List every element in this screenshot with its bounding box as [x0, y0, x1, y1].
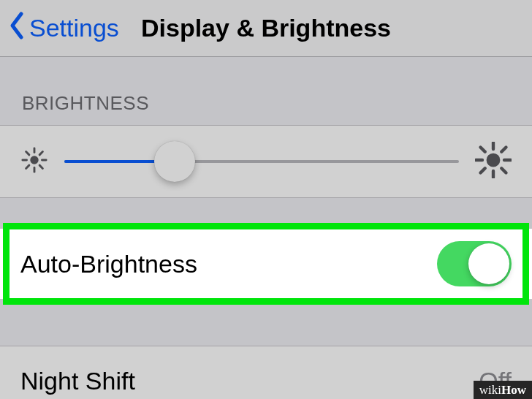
brightness-low-icon — [20, 146, 48, 177]
auto-brightness-row[interactable]: Auto-Brightness — [0, 229, 532, 299]
svg-line-5 — [26, 152, 29, 155]
back-label: Settings — [29, 14, 119, 42]
svg-line-6 — [39, 165, 42, 168]
brightness-section-header: BRIGHTNESS — [0, 57, 532, 125]
toggle-knob — [468, 243, 509, 284]
brightness-slider-thumb[interactable] — [154, 141, 195, 182]
navigation-bar: Settings Display & Brightness — [0, 0, 532, 57]
svg-line-8 — [39, 152, 42, 155]
night-shift-label: Night Shift — [20, 367, 135, 395]
svg-point-9 — [487, 153, 501, 167]
chevron-left-icon — [7, 11, 26, 46]
svg-point-0 — [30, 156, 38, 164]
svg-line-16 — [481, 168, 485, 172]
brightness-slider[interactable] — [64, 160, 459, 163]
night-shift-row[interactable]: Night Shift Off — [0, 346, 532, 399]
auto-brightness-label: Auto-Brightness — [20, 250, 197, 278]
svg-line-7 — [26, 165, 29, 168]
svg-line-14 — [481, 148, 485, 152]
back-button[interactable]: Settings — [7, 11, 119, 46]
brightness-high-icon — [475, 142, 512, 181]
auto-brightness-toggle[interactable] — [437, 241, 512, 286]
wikihow-watermark: wikiHow — [474, 381, 532, 399]
auto-brightness-highlight: Auto-Brightness — [0, 229, 532, 299]
svg-line-17 — [501, 148, 506, 152]
svg-line-15 — [501, 168, 506, 172]
brightness-slider-row — [0, 125, 532, 198]
